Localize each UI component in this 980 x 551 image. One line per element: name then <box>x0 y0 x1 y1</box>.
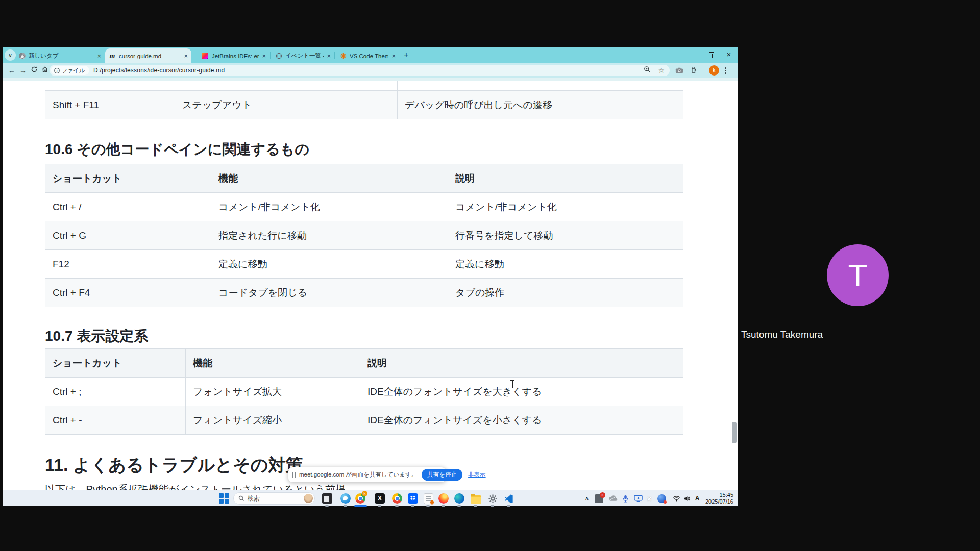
cell-description: 定義に移動 <box>448 250 683 279</box>
col-header: ショートカット <box>45 349 186 378</box>
browser-tab-strip: ∨ 新しいタブ × m cursor-guide.md × JetBrains … <box>3 47 738 63</box>
tab-close-icon[interactable]: × <box>327 52 331 60</box>
extensions-puzzle-icon[interactable] <box>690 65 697 76</box>
tab-search-button[interactable]: ∨ <box>5 49 16 61</box>
window-close-button[interactable]: × <box>721 48 737 61</box>
stop-sharing-button[interactable]: 共有を停止 <box>422 469 462 481</box>
notepad-icon[interactable] <box>422 492 434 505</box>
forward-icon[interactable]: → <box>18 65 28 76</box>
omnibox[interactable]: i ファイル D:/projects/lessons/ide-cursor/cu… <box>50 65 670 76</box>
participant-avatar: T <box>827 244 889 306</box>
cell-shortcut: Ctrl + - <box>45 406 186 435</box>
new-tab-button[interactable]: + <box>401 49 412 61</box>
col-header: 機能 <box>211 164 448 193</box>
cell-function: ステップアウト <box>175 91 398 119</box>
taskbar-search[interactable]: 検索 <box>233 492 315 505</box>
cell-description: 行番号を指定して移動 <box>448 221 683 250</box>
cell-shortcut: Ctrl + G <box>45 221 211 250</box>
reload-icon[interactable] <box>29 65 39 76</box>
presenting-icon <box>292 472 296 478</box>
running-indicator <box>457 505 461 507</box>
bookmark-star-icon[interactable]: ☆ <box>658 66 665 74</box>
volume-icon[interactable] <box>682 492 692 505</box>
dropbox-icon[interactable] <box>407 492 419 505</box>
screen-share-banner: meet.google.com が画面を共有しています。 共有を停止 非表示 <box>288 467 446 482</box>
col-header: ショートカット <box>45 164 211 193</box>
photos-app-icon[interactable] <box>321 492 333 505</box>
browser-toolbar: ← → i ファイル D:/projects/lessons/ide-curso… <box>3 63 738 78</box>
chrome-taskbar-icon[interactable]: k <box>354 492 366 505</box>
zoom-icon[interactable] <box>644 66 651 75</box>
wifi-icon[interactable] <box>671 492 681 505</box>
cell-function: コメント/非コメント化 <box>211 193 448 221</box>
shared-screen: ∨ 新しいタブ × m cursor-guide.md × JetBrains … <box>3 47 738 506</box>
chip-label: ファイル <box>62 67 85 74</box>
tab-capture-icon[interactable] <box>675 65 683 76</box>
cell-function: コードタブを閉じる <box>211 279 448 307</box>
windows-taskbar: 検索 k X <box>3 490 738 506</box>
cell-function: 指定された行に移動 <box>211 221 448 250</box>
jetbrains-favicon-icon <box>202 53 209 60</box>
tab-jetbrains[interactable]: JetBrains IDEs: enjoy an excepti × <box>198 48 270 63</box>
tab-new-tab[interactable]: 新しいタブ × <box>15 48 105 63</box>
cell-shortcut: F11 <box>45 81 175 91</box>
cell-function: フォントサイズ拡大 <box>186 378 360 406</box>
x-app-icon[interactable]: X <box>374 492 386 505</box>
code-pane-shortcut-table: ショートカット 機能 説明 Ctrl + / コメント/非コメント化 コメント/… <box>45 164 683 307</box>
tray-notification-badge-icon[interactable]: 3 <box>594 492 604 505</box>
taskbar-clock[interactable]: 15:45 2025/07/16 <box>698 492 733 505</box>
start-button[interactable] <box>219 493 229 504</box>
display-settings-table: ショートカット 機能 説明 Ctrl + ; フォントサイズ拡大 IDE全体のフ… <box>45 348 683 435</box>
table-row: Ctrl + ; フォントサイズ拡大 IDE全体のフォントサイズを大きくする <box>45 378 683 406</box>
tab-close-icon[interactable]: × <box>391 52 396 60</box>
settings-gear-icon[interactable] <box>486 492 499 505</box>
tab-cursor-guide[interactable]: m cursor-guide.md × <box>105 48 191 63</box>
debug-shortcut-table: F11 ステップイン デバッグ時の関数内部実行 Shift + F11 ステップ… <box>45 81 683 119</box>
chrome-secondary-icon[interactable] <box>391 492 403 505</box>
file-explorer-icon[interactable] <box>470 492 482 505</box>
chrome-favicon-icon <box>18 53 26 60</box>
scrollbar-thumb[interactable] <box>732 422 737 443</box>
search-highlight-avatar <box>304 494 313 503</box>
tray-chevron-icon[interactable]: ∧ <box>582 492 592 505</box>
hide-banner-link[interactable]: 非表示 <box>468 471 486 479</box>
tab-close-icon[interactable]: × <box>262 52 266 60</box>
tab-google-calendar[interactable]: イベント一覧 - Google Calendar × <box>272 48 334 63</box>
avatar-initial: T <box>848 257 868 293</box>
cell-description: デバッグ時の呼び出し元への遷移 <box>398 91 683 119</box>
screen-cast-icon[interactable] <box>632 492 644 505</box>
cell-function: 定義に移動 <box>211 250 448 279</box>
running-indicator <box>507 505 510 507</box>
restore-icon <box>708 54 713 58</box>
url-scheme-chip[interactable]: i ファイル <box>51 66 89 75</box>
tab-close-icon[interactable]: × <box>184 52 188 60</box>
blue-circle-app-icon[interactable] <box>339 492 352 505</box>
browser-menu-icon[interactable] <box>725 65 726 76</box>
running-indicator <box>411 505 414 507</box>
toolbar-separator <box>703 65 703 72</box>
cell-shortcut: Ctrl + ; <box>45 378 186 406</box>
back-icon[interactable]: ← <box>7 65 17 76</box>
running-indicator <box>395 505 399 507</box>
window-restore-button[interactable] <box>702 48 718 61</box>
vscode-icon[interactable] <box>503 492 515 505</box>
search-label: 検索 <box>248 494 260 503</box>
overlay-close-x-icon[interactable]: × <box>645 492 654 505</box>
home-icon[interactable] <box>40 65 50 76</box>
body-paragraph: 以下は、Python系拡張機能がインストールされているという前提 <box>45 483 738 490</box>
onedrive-icon[interactable] <box>607 492 618 505</box>
profile-avatar[interactable]: k <box>709 65 719 76</box>
window-minimize-button[interactable]: — <box>683 48 698 61</box>
cell-shortcut: Ctrl + F4 <box>45 279 211 307</box>
firefox-icon[interactable] <box>437 492 450 505</box>
cell-shortcut: Shift + F11 <box>45 91 175 119</box>
tab-close-icon[interactable]: × <box>97 52 101 60</box>
url-text[interactable]: D:/projects/lessons/ide-cursor/cursor-gu… <box>93 67 225 74</box>
col-header: 説明 <box>360 349 683 378</box>
microphone-icon[interactable] <box>620 492 630 505</box>
tab-vscode-theme[interactable]: VS Code Theme Customization × <box>336 48 399 63</box>
edge-icon[interactable] <box>453 492 465 505</box>
table-row: Ctrl + / コメント/非コメント化 コメント/非コメント化 <box>45 193 683 221</box>
meet-camera-indicator-icon[interactable] <box>656 492 667 505</box>
table-row: Ctrl + G 指定された行に移動 行番号を指定して移動 <box>45 221 683 250</box>
